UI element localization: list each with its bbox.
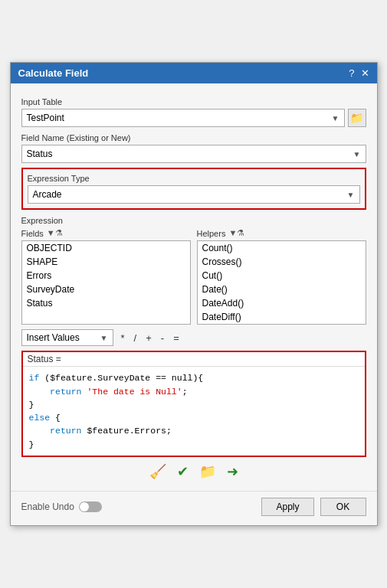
code-editor-section: Status = if ($feature.SurveyDate == null… bbox=[21, 351, 366, 457]
expression-type-dropdown[interactable]: Arcade ▼ bbox=[28, 185, 360, 204]
list-item[interactable]: SurveyDate bbox=[22, 283, 190, 296]
fields-listbox[interactable]: OBJECTID SHAPE Errors SurveyDate Status bbox=[21, 240, 191, 325]
list-item[interactable]: Cut() bbox=[198, 269, 366, 283]
operator-divide-button[interactable]: / bbox=[133, 332, 139, 344]
ok-button[interactable]: OK bbox=[320, 498, 366, 516]
list-item[interactable]: Date() bbox=[198, 283, 366, 296]
input-table-value: TestPoint bbox=[27, 113, 64, 123]
action-icons-row: 🧹 ✔ 📁 ➜ bbox=[21, 457, 366, 483]
helpers-header: Helpers ▼⚗ bbox=[197, 228, 366, 238]
list-item[interactable]: DateAdd() bbox=[198, 296, 366, 310]
list-item[interactable]: Count() bbox=[198, 241, 366, 255]
fields-column: Fields ▼⚗ OBJECTID SHAPE Errors SurveyDa… bbox=[21, 228, 191, 325]
apply-button[interactable]: Apply bbox=[261, 498, 313, 516]
field-name-value: Status bbox=[27, 149, 53, 159]
helpers-label: Helpers bbox=[197, 229, 226, 238]
input-table-dropdown[interactable]: TestPoint ▼ bbox=[21, 109, 345, 127]
insert-values-label: Insert Values bbox=[27, 332, 80, 343]
insert-values-dropdown[interactable]: Insert Values ▼ bbox=[21, 329, 113, 346]
expression-label: Expression bbox=[21, 216, 366, 225]
expression-type-label: Expression Type bbox=[28, 174, 360, 183]
enable-undo-toggle[interactable] bbox=[79, 501, 102, 512]
input-table-arrow-icon: ▼ bbox=[332, 114, 339, 122]
enable-undo-label: Enable Undo bbox=[21, 501, 74, 512]
load-script-icon[interactable]: 📁 bbox=[199, 463, 216, 480]
expression-section: Expression Fields ▼⚗ OBJECTID SHAPE Erro… bbox=[21, 216, 366, 457]
close-button[interactable]: ✕ bbox=[361, 68, 369, 78]
expression-type-section: Expression Type Arcade ▼ bbox=[21, 168, 366, 210]
helpers-column: Helpers ▼⚗ Count() Crosses() Cut() Date(… bbox=[197, 228, 366, 325]
code-editor[interactable]: if ($feature.SurveyDate == null){ return… bbox=[23, 367, 365, 456]
list-item[interactable]: SHAPE bbox=[22, 255, 190, 269]
input-table-label: Input Table bbox=[21, 97, 366, 106]
field-name-arrow-icon: ▼ bbox=[353, 150, 361, 158]
fields-filter-icon[interactable]: ▼⚗ bbox=[47, 228, 63, 238]
list-item[interactable]: Errors bbox=[22, 269, 190, 283]
operator-equals-button[interactable]: = bbox=[172, 332, 181, 344]
title-bar-controls: ? ✕ bbox=[349, 68, 369, 78]
insert-values-arrow-icon: ▼ bbox=[100, 334, 108, 342]
field-name-dropdown[interactable]: Status ▼ bbox=[21, 145, 366, 163]
fields-helpers-row: Fields ▼⚗ OBJECTID SHAPE Errors SurveyDa… bbox=[21, 228, 366, 325]
input-table-folder-button[interactable]: 📁 bbox=[348, 109, 366, 127]
dialog-content: Input Table TestPoint ▼ 📁 Field Name (Ex… bbox=[11, 83, 377, 491]
expression-type-arrow-icon: ▼ bbox=[347, 191, 355, 199]
clear-icon[interactable]: 🧹 bbox=[149, 463, 166, 480]
helpers-filter-icon[interactable]: ▼⚗ bbox=[228, 228, 244, 238]
operator-subtract-button[interactable]: - bbox=[159, 332, 166, 344]
list-item[interactable]: OBJECTID bbox=[22, 241, 190, 255]
input-table-row: TestPoint ▼ 📁 bbox=[21, 109, 366, 127]
operators-row: Insert Values ▼ * / + - = bbox=[21, 329, 366, 346]
list-item[interactable]: DateDiff() bbox=[198, 310, 366, 324]
list-item[interactable]: Status bbox=[22, 296, 190, 310]
dialog-title: Calculate Field bbox=[18, 67, 89, 79]
enable-undo-section: Enable Undo bbox=[21, 501, 102, 512]
help-button[interactable]: ? bbox=[349, 68, 354, 78]
toggle-knob bbox=[80, 502, 89, 511]
list-item[interactable]: Day() bbox=[198, 324, 366, 325]
run-icon[interactable]: ➜ bbox=[227, 463, 238, 480]
bottom-bar: Enable Undo Apply OK bbox=[11, 491, 377, 525]
title-bar: Calculate Field ? ✕ bbox=[11, 63, 377, 83]
calculate-field-dialog: Calculate Field ? ✕ Input Table TestPoin… bbox=[10, 62, 378, 526]
expression-type-value: Arcade bbox=[33, 189, 62, 200]
operator-add-button[interactable]: + bbox=[144, 332, 153, 344]
helpers-listbox[interactable]: Count() Crosses() Cut() Date() DateAdd()… bbox=[197, 240, 366, 325]
fields-header: Fields ▼⚗ bbox=[21, 228, 191, 238]
verify-icon[interactable]: ✔ bbox=[177, 463, 189, 480]
fields-label: Fields bbox=[21, 229, 44, 238]
operator-multiply-button[interactable]: * bbox=[120, 332, 126, 344]
code-header: Status = bbox=[23, 352, 365, 367]
field-name-label: Field Name (Existing or New) bbox=[21, 133, 366, 142]
list-item[interactable]: Crosses() bbox=[198, 255, 366, 269]
